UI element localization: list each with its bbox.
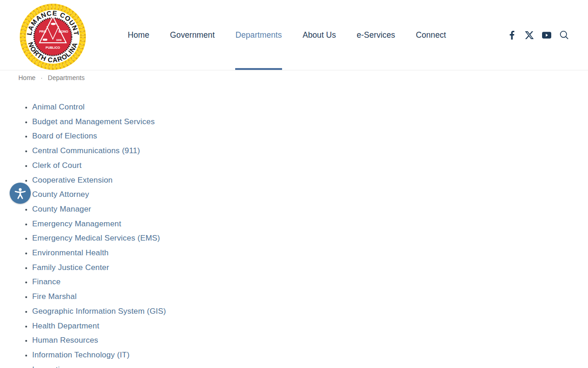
seal-motto-publico: PUBLICO	[45, 46, 60, 49]
department-list-item: Board of Elections	[32, 129, 588, 144]
department-link-board-of-elections[interactable]: Board of Elections	[32, 132, 97, 140]
accessibility-person-icon	[13, 186, 27, 200]
nav-item-home[interactable]: Home	[128, 0, 149, 70]
seal-motto-pro: PRO	[39, 30, 46, 33]
department-list: Animal ControlBudget and Management Serv…	[0, 100, 588, 368]
department-list-item: Emergency Medical Services (EMS)	[32, 231, 588, 246]
department-list-item: Cooperative Extension	[32, 173, 588, 188]
header-social-area	[507, 0, 569, 70]
department-list-item: Finance	[32, 275, 588, 289]
department-list-item: Fire Marshal	[32, 289, 588, 304]
department-list-item: Emergency Management	[32, 217, 588, 231]
nav-item-connect[interactable]: Connect	[416, 0, 446, 70]
alamance-county-seal-logo[interactable]: ALAMANCE COUNTY NORTH CAROLINA PRO BONO …	[18, 2, 87, 68]
department-link-information-technology-it-[interactable]: Information Technology (IT)	[32, 351, 130, 359]
department-link-family-justice-center[interactable]: Family Justice Center	[32, 263, 109, 272]
x-twitter-icon[interactable]	[525, 30, 534, 40]
department-link-county-manager[interactable]: County Manager	[32, 205, 91, 213]
department-link-geographic-information-system-gis-[interactable]: Geographic Information System (GIS)	[32, 307, 166, 316]
county-seal-icon: ALAMANCE COUNTY NORTH CAROLINA PRO BONO …	[18, 2, 87, 71]
department-list-item: Geographic Information System (GIS)	[32, 304, 588, 319]
department-link-environmental-health[interactable]: Environmental Health	[32, 248, 109, 257]
department-link-clerk-of-court[interactable]: Clerk of Court	[32, 161, 82, 170]
department-list-item: Inspections	[32, 362, 588, 368]
department-list-item: Central Communications (911)	[32, 144, 588, 158]
department-link-budget-and-management-services[interactable]: Budget and Management Services	[32, 117, 155, 126]
department-link-animal-control[interactable]: Animal Control	[32, 103, 85, 111]
department-list-item: Clerk of Court	[32, 158, 588, 173]
department-list-item: Environmental Health	[32, 246, 588, 260]
department-link-health-department[interactable]: Health Department	[32, 322, 99, 330]
department-list-item: Health Department	[32, 319, 588, 334]
department-link-inspections[interactable]: Inspections	[32, 365, 73, 368]
department-list-item: Human Resources	[32, 333, 588, 348]
seal-motto-bono: BONO	[59, 30, 69, 33]
department-link-emergency-management[interactable]: Emergency Management	[32, 219, 121, 228]
breadcrumb-separator: ·	[40, 74, 43, 81]
department-link-county-attorney[interactable]: County Attorney	[32, 190, 89, 199]
department-link-finance[interactable]: Finance	[32, 277, 61, 286]
main-content: Animal ControlBudget and Management Serv…	[0, 100, 588, 368]
department-list-item: Family Justice Center	[32, 260, 588, 275]
department-list-item: County Attorney	[32, 187, 588, 202]
seal-year: 1849	[56, 39, 62, 41]
search-icon[interactable]	[560, 30, 569, 40]
facebook-icon[interactable]	[507, 30, 516, 40]
department-link-cooperative-extension[interactable]: Cooperative Extension	[32, 176, 113, 184]
department-link-emergency-medical-services-ems-[interactable]: Emergency Medical Services (EMS)	[32, 234, 160, 242]
nav-item-e-services[interactable]: e-Services	[356, 0, 395, 70]
department-link-human-resources[interactable]: Human Resources	[32, 336, 98, 345]
site-header: ALAMANCE COUNTY NORTH CAROLINA PRO BONO …	[0, 0, 588, 70]
department-list-item: Animal Control	[32, 100, 588, 115]
nav-item-about-us[interactable]: About Us	[303, 0, 336, 70]
breadcrumb-current-page: Departments	[48, 74, 85, 81]
breadcrumb: Home · Departments	[0, 70, 588, 81]
department-list-item: Budget and Management Services	[32, 115, 588, 129]
accessibility-widget-button[interactable]	[10, 183, 31, 204]
breadcrumb-home-link[interactable]: Home	[18, 74, 35, 81]
nav-item-government[interactable]: Government	[170, 0, 215, 70]
department-list-item: County Manager	[32, 202, 588, 217]
main-nav: HomeGovernmentDepartmentsAbout Use-Servi…	[128, 0, 446, 70]
department-link-fire-marshal[interactable]: Fire Marshal	[32, 292, 77, 301]
department-list-item: Information Technology (IT)	[32, 348, 588, 362]
department-link-central-communications-911-[interactable]: Central Communications (911)	[32, 146, 140, 155]
youtube-icon[interactable]	[542, 30, 551, 40]
nav-item-departments[interactable]: Departments	[235, 0, 282, 70]
